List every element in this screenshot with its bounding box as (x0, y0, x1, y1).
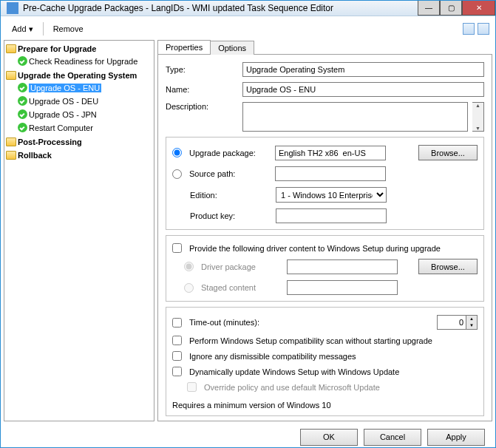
app-icon (7, 2, 18, 14)
upgrade-package-radio[interactable] (172, 148, 182, 157)
folder-icon (6, 138, 16, 146)
maximize-button[interactable]: ▢ (440, 1, 462, 16)
tree-item-check-readiness[interactable]: Check Readiness for Upgrade (18, 55, 152, 68)
window-body: Add ▾ Remove Prepare for Upgrade Check R… (1, 16, 495, 448)
staged-content-radio (184, 283, 194, 293)
source-path-label: Source path: (189, 169, 271, 178)
timeout-spinner[interactable]: ▲▼ (437, 315, 478, 330)
compat-scan-checkbox[interactable] (172, 336, 182, 345)
folder-icon (6, 71, 16, 80)
driver-package-browse-button[interactable]: Browse... (418, 259, 478, 274)
main-area: Prepare for Upgrade Check Readiness for … (4, 40, 492, 421)
description-label: Description: (166, 102, 238, 111)
check-icon (18, 56, 27, 66)
override-policy-checkbox (187, 382, 197, 392)
ignore-messages-label: Ignore any dismissible compatibility mes… (189, 352, 356, 361)
driver-content-group: Provide the following driver content to … (166, 235, 484, 302)
row-type: Type: (166, 62, 484, 77)
right-pane: Properties Options Type: Name: Descripti… (157, 40, 492, 421)
titlebar[interactable]: Pre-Cache Upgrade Packages - LangIDs - W… (1, 1, 495, 16)
tab-properties[interactable]: Properties (157, 40, 211, 54)
row-description: Description: ▲▼ (166, 102, 484, 132)
check-icon (18, 83, 27, 92)
upgrade-package-field (275, 146, 386, 160)
override-policy-label: Override policy and use default Microsof… (204, 383, 380, 392)
tree-item-upgrade-deu[interactable]: Upgrade OS - DEU (18, 95, 152, 108)
refresh-icon[interactable] (463, 23, 475, 35)
toolbar: Add ▾ Remove (4, 19, 492, 38)
action-icon[interactable] (478, 23, 489, 35)
tree-item-upgrade-enu[interactable]: Upgrade OS - ENU (18, 81, 152, 95)
driver-package-label: Driver package (201, 262, 282, 271)
tree-group-prepare[interactable]: Prepare for Upgrade Check Readiness for … (6, 42, 152, 69)
add-menu-button[interactable]: Add ▾ (7, 22, 38, 36)
cancel-button[interactable]: Cancel (364, 429, 421, 446)
tree-pane[interactable]: Prepare for Upgrade Check Readiness for … (4, 40, 154, 421)
check-icon (18, 109, 27, 119)
source-path-field[interactable] (275, 166, 386, 181)
upgrade-source-group: Upgrade package: Browse... Source path: (166, 137, 484, 230)
compat-scan-label: Perform Windows Setup compatibility scan… (189, 336, 432, 345)
chevron-down-icon[interactable]: ▼ (466, 322, 477, 329)
staged-content-label: Staged content (201, 283, 282, 292)
requires-note: Requires a minimum version of Windows 10 (172, 401, 478, 410)
ignore-messages-checkbox[interactable] (172, 351, 182, 361)
staged-content-field (287, 280, 398, 295)
edition-select[interactable]: 1 - Windows 10 Enterprise (276, 187, 387, 203)
options-group: Time-out (minutes): ▲▼ Perform Windows S… (166, 307, 484, 416)
remove-button[interactable]: Remove (48, 22, 89, 35)
source-path-radio[interactable] (172, 169, 182, 179)
driver-package-radio (184, 262, 194, 271)
task-sequence-editor-window: Pre-Cache Upgrade Packages - LangIDs - W… (0, 0, 496, 448)
tree-item-restart[interactable]: Restart Computer (18, 121, 152, 135)
timeout-label: Time-out (minutes): (189, 318, 259, 327)
minimize-button[interactable]: — (418, 1, 440, 16)
tab-strip: Properties Options (157, 40, 492, 54)
description-scroll[interactable]: ▲▼ (472, 102, 484, 132)
tree-group-upgrade-os[interactable]: Upgrade the Operating System Upgrade OS … (6, 69, 152, 135)
window-controls: — ▢ ✕ (418, 1, 495, 16)
dynamic-update-label: Dynamically update Windows Setup with Wi… (189, 367, 399, 376)
folder-icon (6, 44, 16, 53)
dialog-footer: OK Cancel Apply (4, 423, 492, 448)
upgrade-package-browse-button[interactable]: Browse... (418, 145, 478, 160)
row-name: Name: (166, 82, 484, 97)
window-title: Pre-Cache Upgrade Packages - LangIDs - W… (23, 3, 418, 13)
folder-icon (6, 151, 16, 160)
tree-group-post[interactable]: Post-Processing (6, 135, 152, 149)
name-field[interactable] (242, 82, 484, 97)
tree-group-rollback[interactable]: Rollback (6, 149, 152, 162)
upgrade-package-label: Upgrade package: (189, 149, 271, 157)
product-key-label: Product key: (190, 211, 271, 220)
edition-label: Edition: (190, 191, 271, 200)
description-field[interactable] (242, 102, 468, 132)
close-button[interactable]: ✕ (462, 1, 495, 16)
chevron-up-icon[interactable]: ▲ (466, 316, 477, 322)
driver-content-checkbox[interactable] (172, 243, 182, 253)
tab-options[interactable]: Options (210, 41, 254, 55)
product-key-field[interactable] (276, 208, 387, 223)
dynamic-update-checkbox[interactable] (172, 367, 182, 376)
type-label: Type: (166, 65, 238, 74)
toolbar-separator (43, 22, 44, 35)
timeout-field[interactable] (437, 315, 466, 330)
driver-package-field (287, 259, 398, 274)
check-icon (18, 123, 27, 132)
properties-panel: Type: Name: Description: ▲▼ (157, 54, 492, 421)
timeout-checkbox[interactable] (172, 318, 182, 327)
apply-button[interactable]: Apply (427, 429, 485, 446)
ok-button[interactable]: OK (300, 429, 358, 446)
name-label: Name: (166, 85, 238, 94)
type-field (242, 62, 484, 77)
check-icon (18, 96, 27, 106)
driver-content-label: Provide the following driver content to … (189, 244, 441, 253)
tree-item-upgrade-jpn[interactable]: Upgrade OS - JPN (18, 108, 152, 121)
